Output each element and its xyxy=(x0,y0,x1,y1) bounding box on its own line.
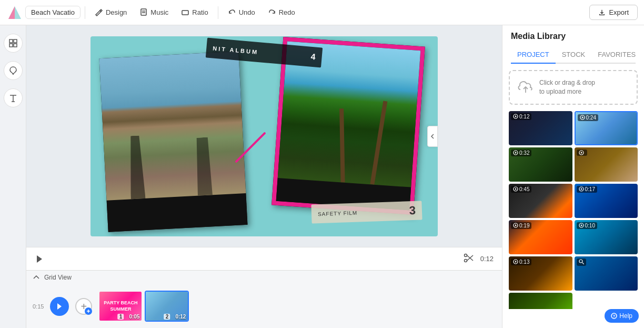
timeline-label: Grid View xyxy=(44,274,72,281)
media-duration-1: 0:12 xyxy=(511,113,531,120)
tab-project[interactable]: PROJECT xyxy=(511,46,556,64)
main-area: NIT ALBUM 4 xyxy=(0,25,644,328)
media-thumb-11 xyxy=(509,293,572,309)
figure-1 xyxy=(124,135,148,199)
design-button[interactable]: Design xyxy=(89,6,132,19)
figure-2 xyxy=(193,137,215,196)
music-button[interactable]: Music xyxy=(134,6,174,19)
svg-marker-24 xyxy=(515,115,517,117)
media-item-4[interactable] xyxy=(575,147,638,182)
color-tool-button[interactable] xyxy=(4,61,23,80)
polaroid-1[interactable] xyxy=(99,51,248,232)
panel-title: Media Library xyxy=(511,32,636,41)
media-zoom-10 xyxy=(577,259,586,266)
upload-text: Click or drag & drop to upload more xyxy=(539,78,595,96)
clip-2[interactable]: 0:12 2 xyxy=(145,291,189,322)
app-logo xyxy=(6,4,23,21)
play-button[interactable] xyxy=(35,254,44,264)
playback-bar: 0:12 xyxy=(26,247,502,270)
timeline-clips: PARTY BEACH SUMMER 0:05 1 0:12 2 xyxy=(98,291,189,322)
add-clip-button[interactable]: + xyxy=(75,298,92,315)
time-display: 0:12 xyxy=(480,255,494,263)
svg-marker-28 xyxy=(515,152,517,154)
ratio-button[interactable]: Ratio xyxy=(176,6,213,19)
panel-tabs: PROJECT STOCK FAVORITES xyxy=(511,46,636,64)
media-item-11[interactable] xyxy=(509,293,572,309)
media-item-6[interactable]: 0:17 xyxy=(575,184,638,218)
canvas-frame[interactable]: NIT ALBUM 4 xyxy=(90,36,438,236)
project-name-button[interactable]: Beach Vacatio xyxy=(25,6,80,19)
svg-text:?: ? xyxy=(613,314,616,319)
clip-1-text: PARTY BEACH SUMMER xyxy=(99,299,142,313)
tab-stock[interactable]: STOCK xyxy=(556,46,592,64)
canvas-area: NIT ALBUM 4 xyxy=(26,25,502,328)
svg-rect-5 xyxy=(182,11,188,15)
svg-marker-36 xyxy=(515,224,517,226)
scissors-button[interactable] xyxy=(464,253,474,264)
svg-marker-1 xyxy=(8,6,15,19)
chevron-up-icon xyxy=(33,274,40,281)
export-button[interactable]: Export xyxy=(589,5,638,20)
timeline-top: Grid View xyxy=(26,271,502,284)
canvas-wrapper: NIT ALBUM 4 xyxy=(90,36,438,236)
svg-marker-34 xyxy=(581,188,582,190)
add-clip-badge xyxy=(85,307,92,315)
svg-rect-2 xyxy=(141,9,146,15)
right-panel: Media Library PROJECT STOCK FAVORITES Cl… xyxy=(502,25,644,328)
upload-area[interactable]: Click or drag & drop to upload more xyxy=(509,70,638,105)
svg-marker-14 xyxy=(37,255,42,263)
svg-rect-6 xyxy=(9,39,13,43)
svg-rect-7 xyxy=(14,39,17,43)
clip-2-number: 2 xyxy=(164,314,170,320)
svg-point-41 xyxy=(579,260,582,263)
svg-rect-9 xyxy=(14,44,17,47)
help-button[interactable]: ? Help xyxy=(605,309,639,323)
media-duration-5: 0:45 xyxy=(511,186,531,193)
expand-panel-button[interactable] xyxy=(427,126,438,147)
topbar-divider-2 xyxy=(218,6,218,19)
timeline-content: 0:15 + xyxy=(26,284,502,328)
media-duration-2: 0:24 xyxy=(578,114,598,121)
topbar: Beach Vacatio Design Music Ratio Undo xyxy=(0,0,644,25)
svg-rect-8 xyxy=(9,44,13,47)
media-item-5[interactable]: 0:45 xyxy=(509,184,572,218)
clip-1-number: 1 xyxy=(118,314,124,320)
svg-marker-30 xyxy=(581,152,582,154)
timeline: Grid View 0:15 + xyxy=(26,270,502,328)
text-tool-button[interactable] xyxy=(4,88,23,107)
svg-marker-26 xyxy=(582,116,583,118)
svg-point-16 xyxy=(464,260,467,262)
undo-button[interactable]: Undo xyxy=(223,6,260,19)
media-duration-3: 0:32 xyxy=(511,150,531,156)
svg-marker-32 xyxy=(515,188,517,190)
media-item-10[interactable] xyxy=(575,256,638,291)
media-item-2[interactable]: 0:24 xyxy=(575,111,638,145)
media-item-9[interactable]: 0:13 xyxy=(509,256,572,291)
timeline-play-button[interactable] xyxy=(50,297,69,316)
redo-button[interactable]: Redo xyxy=(263,6,300,19)
tab-favorites[interactable]: FAVORITES xyxy=(591,46,642,64)
clip-1-duration: 0:05 xyxy=(129,314,139,320)
clip-1[interactable]: PARTY BEACH SUMMER 0:05 1 xyxy=(98,291,143,322)
upload-icon xyxy=(517,79,534,96)
svg-point-15 xyxy=(464,254,467,257)
film-strip-bottom: SAFETY FILM 3 xyxy=(311,201,422,223)
topbar-divider-1 xyxy=(85,6,85,19)
timeline-time-offset: 0:15 xyxy=(33,303,44,310)
palm-trunk-2 xyxy=(370,101,387,184)
media-item-1[interactable]: 0:12 xyxy=(509,111,572,145)
media-grid: 0:12 0:24 0:32 xyxy=(502,111,644,309)
media-item-8[interactable]: 0:10 xyxy=(575,220,638,254)
media-item-3[interactable]: 0:32 xyxy=(509,147,572,182)
media-duration-7: 0:19 xyxy=(511,222,531,229)
media-duration-6: 0:17 xyxy=(577,186,597,193)
clip-2-duration: 0:12 xyxy=(175,314,186,320)
svg-line-42 xyxy=(582,263,584,264)
polaroid-1-photo xyxy=(99,51,246,200)
media-duration-4 xyxy=(577,150,587,156)
grid-tool-button[interactable] xyxy=(4,34,23,53)
panel-header: Media Library PROJECT STOCK FAVORITES xyxy=(502,25,644,64)
canvas-container: NIT ALBUM 4 xyxy=(26,25,502,247)
media-item-7[interactable]: 0:19 xyxy=(509,220,572,254)
svg-marker-40 xyxy=(515,261,517,263)
